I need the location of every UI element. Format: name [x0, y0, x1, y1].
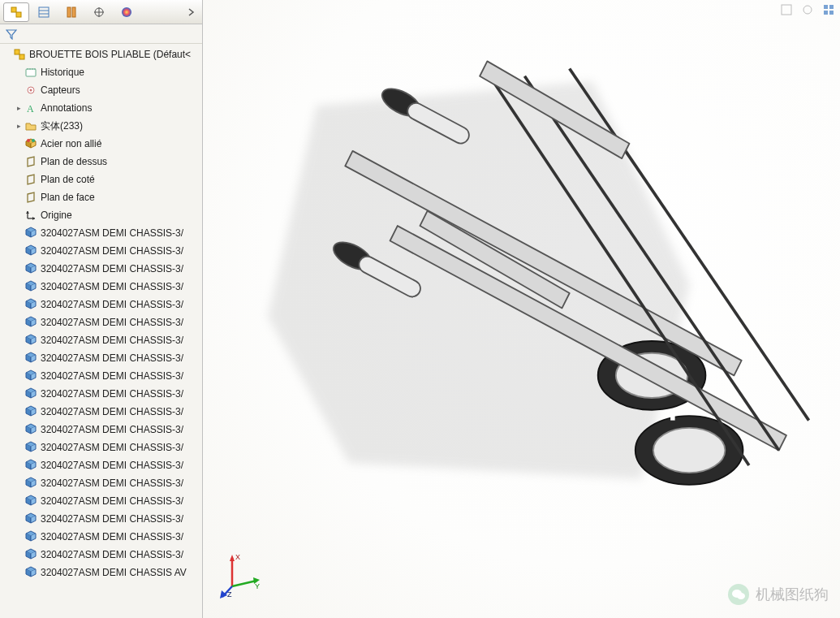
tree-item[interactable]: 3204027ASM DEMI CHASSIS-3/: [0, 439, 202, 456]
tree-item-label: Origine: [41, 210, 72, 221]
tree-item[interactable]: 3204027ASM DEMI CHASSIS-3/: [0, 296, 202, 313]
chevron-right-icon: [187, 8, 196, 16]
config-tab[interactable]: [58, 2, 84, 22]
tree-item-label: Acier non allié: [41, 138, 101, 149]
assembly-icon: [10, 6, 23, 19]
tree-item[interactable]: Plan de dessus: [0, 153, 202, 171]
tree-item-label: 3204027ASM DEMI CHASSIS-3/: [41, 495, 183, 507]
svg-rect-0: [11, 7, 16, 12]
tree-item-label: 3204027ASM DEMI CHASSIS-3/: [41, 227, 183, 239]
tree-item-label: 3204027ASM DEMI CHASSIS-3/: [41, 460, 183, 471]
tree-root[interactable]: BROUETTE BOIS PLIABLE (Défaut<: [0, 45, 202, 63]
svg-point-15: [30, 89, 32, 92]
plane-icon: [24, 155, 37, 168]
tree-item[interactable]: Plan de face: [0, 188, 202, 206]
body-icon: [24, 244, 37, 257]
origin-icon: [24, 209, 37, 222]
orientation-triad[interactable]: X Y Z: [216, 550, 265, 599]
tree-item[interactable]: 3204027ASM DEMI CHASSIS-3/: [0, 403, 202, 421]
feature-tree-tab[interactable]: [3, 2, 29, 22]
filter-icon[interactable]: [5, 28, 18, 41]
tree-item[interactable]: 3204027ASM DEMI CHASSIS-3/: [0, 278, 202, 296]
body-icon: [24, 298, 37, 311]
tree-item[interactable]: 3204027ASM DEMI CHASSIS AV: [0, 564, 202, 581]
tree-item-label: 3204027ASM DEMI CHASSIS-3/: [41, 335, 183, 346]
expand-toggle[interactable]: ▸: [15, 122, 23, 130]
tree-item[interactable]: 3204027ASM DEMI CHASSIS-3/: [0, 456, 202, 474]
graphics-viewport[interactable]: X Y Z 机械图纸狗: [203, 0, 840, 618]
tree-item[interactable]: 3204027ASM DEMI CHASSIS-3/: [0, 528, 202, 546]
body-icon: [24, 227, 37, 240]
tree-item[interactable]: 3204027ASM DEMI CHASSIS-3/: [0, 313, 202, 331]
svg-rect-13: [26, 69, 36, 76]
appearance-icon: [120, 6, 133, 19]
svg-line-46: [232, 581, 256, 586]
feature-tree[interactable]: BROUETTE BOIS PLIABLE (Défaut< Historiqu…: [0, 44, 202, 618]
svg-rect-23: [824, 5, 828, 9]
tree-item-label: Annotations: [41, 102, 92, 114]
svg-rect-1: [16, 12, 21, 17]
tree-item-label: 3204027ASM DEMI CHASSIS-3/: [41, 281, 183, 292]
svg-point-17: [27, 139, 30, 142]
svg-text:A: A: [27, 103, 34, 114]
expand-toggle[interactable]: ▸: [15, 104, 23, 112]
tree-item[interactable]: 3204027ASM DEMI CHASSIS-3/: [0, 492, 202, 510]
tree-item[interactable]: 3204027ASM DEMI CHASSIS-3/: [0, 474, 202, 492]
tree-item-label: 3204027ASM DEMI CHASSIS-3/: [41, 549, 183, 560]
tree-item[interactable]: ▸AAnnotations: [0, 99, 202, 117]
tree-item-label: Plan de coté: [41, 174, 95, 185]
history-icon: [24, 66, 37, 79]
plane-icon: [24, 191, 37, 204]
model-3d-view[interactable]: [300, 16, 824, 569]
tree-item[interactable]: Acier non allié: [0, 135, 202, 153]
tree-item[interactable]: ▸实体(233): [0, 117, 202, 135]
wechat-icon: [728, 584, 749, 605]
tree-item[interactable]: 3204027ASM DEMI CHASSIS-3/: [0, 546, 202, 564]
tree-item[interactable]: 3204027ASM DEMI CHASSIS-3/: [0, 510, 202, 528]
tree-item[interactable]: Historique: [0, 63, 202, 81]
tree-item[interactable]: 3204027ASM DEMI CHASSIS-3/: [0, 224, 202, 242]
tree-item-label: Plan de dessus: [41, 156, 107, 167]
tree-item[interactable]: Plan de coté: [0, 171, 202, 188]
tree-item[interactable]: 3204027ASM DEMI CHASSIS-3/: [0, 331, 202, 349]
svg-marker-33: [390, 226, 786, 450]
tree-item-label: Capteurs: [41, 84, 80, 96]
tree-item[interactable]: 3204027ASM DEMI CHASSIS-3/: [0, 385, 202, 403]
svg-point-18: [32, 139, 35, 142]
dimxpert-tab[interactable]: [86, 2, 112, 22]
tree-item-label: 3204027ASM DEMI CHASSIS-3/: [41, 317, 183, 328]
sensor-icon: [24, 84, 37, 97]
body-icon: [24, 387, 37, 400]
axis-x-label: X: [235, 553, 240, 561]
svg-rect-43: [356, 253, 424, 300]
dimxpert-icon: [93, 6, 106, 19]
tree-item[interactable]: 3204027ASM DEMI CHASSIS-3/: [0, 242, 202, 260]
material-icon: [24, 137, 37, 150]
svg-rect-6: [72, 7, 75, 17]
body-icon: [24, 262, 37, 275]
body-icon: [24, 495, 37, 508]
tree-item[interactable]: 3204027ASM DEMI CHASSIS-3/: [0, 421, 202, 439]
body-icon: [24, 280, 37, 293]
body-icon: [24, 423, 37, 436]
tree-item[interactable]: Origine: [0, 206, 202, 224]
plane-icon: [24, 173, 37, 186]
tab-overflow-button[interactable]: [184, 2, 199, 22]
svg-rect-26: [829, 11, 834, 15]
tree-item-label: 3204027ASM DEMI CHASSIS-3/: [41, 352, 183, 364]
svg-point-51: [737, 593, 745, 599]
watermark: 机械图纸狗: [728, 584, 829, 605]
tree-item-label: 3204027ASM DEMI CHASSIS-3/: [41, 478, 183, 489]
feature-manager-panel: BROUETTE BOIS PLIABLE (Défaut< Historiqu…: [0, 0, 203, 618]
tree-item-label: 3204027ASM DEMI CHASSIS-3/: [41, 245, 183, 257]
body-icon: [24, 441, 37, 454]
tree-item[interactable]: 3204027ASM DEMI CHASSIS-3/: [0, 349, 202, 367]
property-tab[interactable]: [31, 2, 57, 22]
tree-item[interactable]: 3204027ASM DEMI CHASSIS-3/: [0, 260, 202, 278]
body-icon: [24, 352, 37, 365]
tree-root-label: BROUETTE BOIS PLIABLE (Défaut<: [29, 49, 191, 60]
tree-item[interactable]: Capteurs: [0, 81, 202, 99]
tree-item-label: Plan de face: [41, 192, 95, 203]
appearance-tab[interactable]: [114, 2, 140, 22]
tree-item[interactable]: 3204027ASM DEMI CHASSIS-3/: [0, 367, 202, 385]
